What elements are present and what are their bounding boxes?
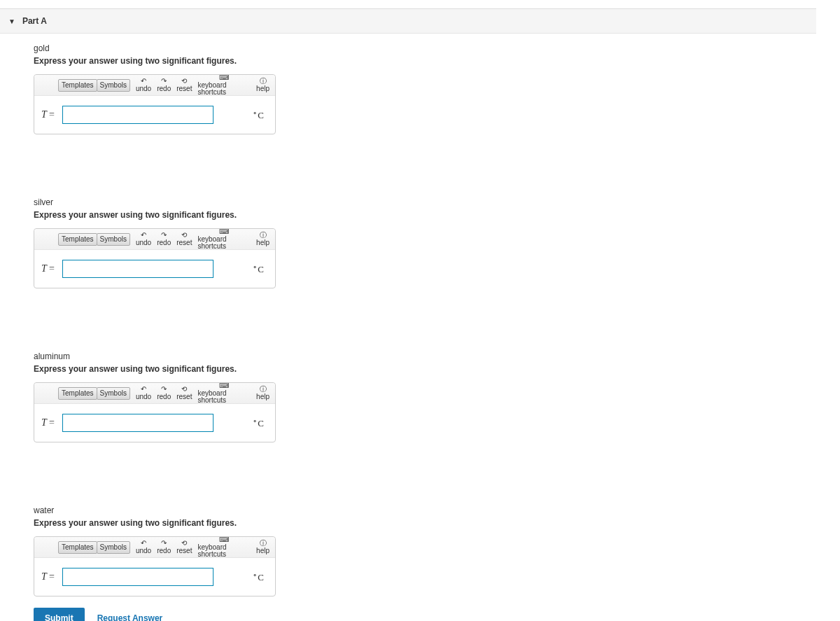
undo-button[interactable]: ↶undo — [133, 540, 154, 554]
undo-button[interactable]: ↶undo — [133, 386, 154, 400]
question-instruction: Express your answer using two significan… — [34, 518, 816, 528]
answer-input[interactable] — [62, 106, 214, 124]
question-silver: silver Express your answer using two sig… — [34, 197, 816, 288]
keyboard-icon: ⌨ — [219, 383, 229, 389]
answer-row: T = ∘C — [34, 250, 275, 288]
variable-label: T = — [41, 109, 58, 120]
question-instruction: Express your answer using two significan… — [34, 56, 816, 66]
keyboard-icon: ⌨ — [219, 537, 229, 543]
symbols-button[interactable]: Symbols — [97, 541, 130, 554]
variable-label: T = — [41, 571, 58, 582]
reset-icon: ⟲ — [181, 232, 187, 239]
templates-button[interactable]: Templates — [58, 541, 97, 554]
part-title: Part A — [22, 16, 47, 26]
symbols-button[interactable]: Symbols — [97, 387, 130, 400]
question-label: water — [34, 505, 816, 515]
actions-row: Submit Request Answer — [34, 608, 816, 621]
unit-label: ∘C — [253, 263, 268, 275]
keyboard-shortcuts-button[interactable]: ⌨keyboard shortcuts — [195, 229, 253, 250]
keyboard-icon: ⌨ — [219, 75, 229, 81]
question-label: silver — [34, 197, 816, 207]
answer-box: Templates Symbols ↶undo ↷redo ⟲reset ⌨ke… — [34, 536, 276, 596]
templates-button[interactable]: Templates — [58, 233, 97, 246]
answer-input[interactable] — [62, 568, 214, 586]
reset-icon: ⟲ — [181, 386, 187, 393]
redo-icon: ↷ — [161, 232, 167, 239]
undo-button[interactable]: ↶undo — [133, 232, 154, 246]
reset-icon: ⟲ — [181, 78, 187, 85]
answer-toolbar: Templates Symbols ↶undo ↷redo ⟲reset ⌨ke… — [34, 383, 275, 404]
help-icon: ⓘ — [260, 386, 267, 393]
answer-row: T = ∘C — [34, 404, 275, 442]
redo-icon: ↷ — [161, 78, 167, 85]
help-icon: ⓘ — [260, 540, 267, 547]
symbols-button[interactable]: Symbols — [97, 233, 130, 246]
caret-down-icon: ▼ — [8, 18, 15, 25]
question-instruction: Express your answer using two significan… — [34, 210, 816, 220]
answer-box: Templates Symbols ↶undo ↷redo ⟲reset ⌨ke… — [34, 382, 276, 442]
question-instruction: Express your answer using two significan… — [34, 364, 816, 374]
redo-button[interactable]: ↷redo — [154, 386, 174, 400]
reset-button[interactable]: ⟲reset — [174, 232, 195, 246]
answer-input[interactable] — [62, 414, 214, 432]
help-icon: ⓘ — [260, 232, 267, 239]
undo-button[interactable]: ↶undo — [133, 78, 154, 92]
variable-label: T = — [41, 417, 58, 428]
reset-button[interactable]: ⟲reset — [174, 386, 195, 400]
unit-label: ∘C — [253, 571, 268, 583]
question-label: aluminum — [34, 351, 816, 361]
unit-label: ∘C — [253, 109, 268, 121]
help-button[interactable]: ⓘhelp — [253, 386, 272, 400]
answer-input[interactable] — [62, 260, 214, 278]
question-water: water Express your answer using two sign… — [34, 505, 816, 596]
keyboard-shortcuts-button[interactable]: ⌨keyboard shortcuts — [195, 383, 253, 404]
submit-button[interactable]: Submit — [34, 608, 85, 621]
redo-button[interactable]: ↷redo — [154, 540, 174, 554]
reset-icon: ⟲ — [181, 540, 187, 547]
symbols-button[interactable]: Symbols — [97, 79, 130, 92]
redo-button[interactable]: ↷redo — [154, 78, 174, 92]
undo-icon: ↶ — [141, 540, 146, 547]
answer-toolbar: Templates Symbols ↶undo ↷redo ⟲reset ⌨ke… — [34, 75, 275, 96]
answer-row: T = ∘C — [34, 96, 275, 134]
undo-icon: ↶ — [141, 232, 146, 239]
part-header[interactable]: ▼ Part A — [0, 9, 816, 34]
answer-toolbar: Templates Symbols ↶undo ↷redo ⟲reset ⌨ke… — [34, 229, 275, 250]
question-label: gold — [34, 43, 816, 53]
keyboard-shortcuts-button[interactable]: ⌨keyboard shortcuts — [195, 537, 253, 558]
keyboard-icon: ⌨ — [219, 229, 229, 235]
answer-toolbar: Templates Symbols ↶undo ↷redo ⟲reset ⌨ke… — [34, 537, 275, 558]
help-button[interactable]: ⓘhelp — [253, 78, 272, 92]
reset-button[interactable]: ⟲reset — [174, 540, 195, 554]
reset-button[interactable]: ⟲reset — [174, 78, 195, 92]
redo-button[interactable]: ↷redo — [154, 232, 174, 246]
keyboard-shortcuts-button[interactable]: ⌨keyboard shortcuts — [195, 75, 253, 96]
variable-label: T = — [41, 263, 58, 274]
redo-icon: ↷ — [161, 540, 167, 547]
answer-box: Templates Symbols ↶undo ↷redo ⟲reset ⌨ke… — [34, 228, 276, 288]
help-button[interactable]: ⓘhelp — [253, 232, 272, 246]
answer-row: T = ∘C — [34, 558, 275, 596]
undo-icon: ↶ — [141, 386, 146, 393]
help-button[interactable]: ⓘhelp — [253, 540, 272, 554]
question-aluminum: aluminum Express your answer using two s… — [34, 351, 816, 442]
undo-icon: ↶ — [141, 78, 146, 85]
templates-button[interactable]: Templates — [58, 79, 97, 92]
templates-button[interactable]: Templates — [58, 387, 97, 400]
request-answer-link[interactable]: Request Answer — [97, 613, 163, 621]
redo-icon: ↷ — [161, 386, 167, 393]
question-gold: gold Express your answer using two signi… — [34, 43, 816, 134]
unit-label: ∘C — [253, 417, 268, 429]
help-icon: ⓘ — [260, 78, 267, 85]
answer-box: Templates Symbols ↶undo ↷redo ⟲reset ⌨ke… — [34, 74, 276, 134]
